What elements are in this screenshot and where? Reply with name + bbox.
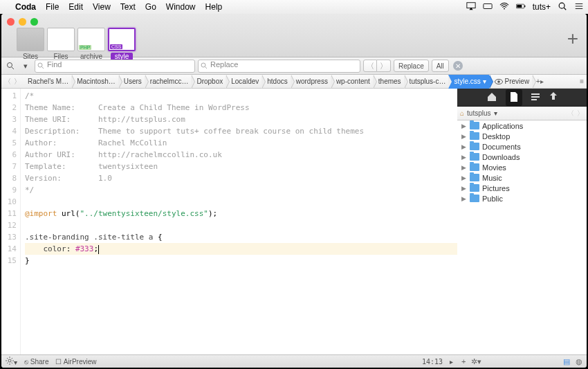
zoom-window-button[interactable] [30,18,38,26]
folder-icon [470,143,479,150]
folder-label: Pictures [482,184,510,192]
path-segment[interactable]: Users [118,75,145,89]
folder-label: Movies [482,163,506,172]
path-forward-button[interactable]: 〉 [12,77,22,87]
menu-go[interactable]: Go [145,2,156,12]
svg-point-19 [8,359,11,362]
path-segment[interactable]: rachelmcc… [145,75,192,89]
folder-icon [470,163,479,171]
svg-line-14 [42,66,44,69]
panel-path-dropdown[interactable]: ▾ [494,109,497,117]
path-segment[interactable]: wp-content [331,75,373,89]
add-item-icon[interactable]: + [461,357,466,366]
main-area: 123456789101112131415 /*Theme Name: Crea… [1,89,587,368]
folder-row[interactable]: ▶Music [457,172,587,183]
panel-back-button[interactable]: 〈 [567,109,574,118]
svg-line-26 [12,358,12,359]
close-window-button[interactable] [7,18,15,26]
folder-row[interactable]: ▶Applications [457,120,587,131]
status-dropdown-icon[interactable]: ▸ [450,358,453,366]
panel-gear-icon[interactable]: ✲▾ [471,357,481,366]
svg-point-13 [38,63,42,67]
svg-point-6 [559,3,564,8]
menu-view[interactable]: View [93,2,111,12]
share-button[interactable]: ⎋ Share [24,358,48,366]
find-replace-bar: ▾ Find Replace 〈 〉 Replace All ✕ [1,57,587,75]
svg-rect-4 [524,6,525,8]
folder-row[interactable]: ▶Public [457,193,587,204]
code-area[interactable]: /*Theme Name: Create a Child Theme in Wo… [21,89,457,354]
folder-row[interactable]: ▶Desktop [457,131,587,141]
path-history-nav: 〈 〉 [1,77,22,87]
path-back-button[interactable]: 〈 [3,77,12,87]
menu-extras-icon[interactable] [574,1,584,12]
path-segment[interactable]: Dropbox [191,75,226,89]
new-tab-button[interactable]: + [567,28,578,50]
panel-text-icon[interactable] [531,92,540,103]
spotlight-icon[interactable] [558,1,567,12]
menu-help[interactable]: Help [205,2,223,12]
wifi-icon[interactable] [499,1,509,12]
menu-window[interactable]: Window [166,2,196,12]
folder-label: Music [482,174,502,182]
battery-icon[interactable] [516,1,526,12]
path-segment[interactable]: wordpress [291,75,331,89]
svg-line-12 [12,67,14,69]
keyboard-icon[interactable] [483,1,493,12]
find-input[interactable]: Find [35,60,195,73]
find-prev-next: 〈 〉 [363,60,391,72]
path-segment-active[interactable]: style.css ▾ [448,75,488,89]
window-controls [7,18,38,26]
tab-archive[interactable]: PHParchive [77,28,105,60]
find-prev-button[interactable]: 〈 [363,60,377,72]
airplay-icon[interactable] [466,1,476,12]
folder-label: Applications [482,122,523,130]
gear-icon[interactable]: ▾ [6,357,17,366]
line-gutter: 123456789101112131415 [1,89,21,354]
tab-files[interactable]: Files [47,28,75,60]
find-next-button[interactable]: 〉 [377,60,391,72]
panel-path-bar: ⌂ tutsplus ▾ 〈〉 [457,107,587,120]
view-list-icon[interactable]: ▤ [563,357,570,366]
replace-all-button[interactable]: All [432,60,449,72]
user-menu[interactable]: tuts+ [533,2,551,12]
panel-files-icon[interactable] [506,89,522,106]
folder-row[interactable]: ▶Pictures [457,183,587,193]
panel-forward-button[interactable]: 〉 [577,109,584,118]
view-column-icon[interactable]: ◍ [576,357,582,366]
replace-input[interactable]: Replace [198,60,360,73]
path-segment[interactable]: Localdev [226,75,261,89]
path-segment[interactable]: tutsplus-c… [404,75,449,89]
symbol-navigator-icon[interactable]: ≡ [577,78,587,85]
svg-line-27 [7,363,8,363]
close-findbar-button[interactable]: ✕ [453,61,463,71]
cursor-position: 14:13 [422,358,443,366]
path-segment[interactable]: Rachel's M… [22,75,71,89]
minimize-window-button[interactable] [19,18,26,26]
search-options-icon[interactable] [4,60,17,72]
app-menu[interactable]: Coda [15,2,36,12]
tab-sites[interactable]: Sites [17,28,44,60]
home-icon[interactable]: ⌂ [460,109,464,117]
airpreview-button[interactable]: ☐ AirPreview [55,358,96,366]
panel-root-label[interactable]: tutsplus [467,109,490,117]
path-segment[interactable]: Macintosh… [71,75,118,89]
menu-text[interactable]: Text [120,2,136,12]
search-dropdown-icon[interactable]: ▾ [19,60,32,72]
svg-point-18 [497,80,500,83]
folder-row[interactable]: ▶Documents [457,141,587,152]
replace-button[interactable]: Replace [394,60,429,72]
path-segment[interactable]: htdocs [261,75,290,89]
folder-row[interactable]: ▶Downloads [457,152,587,162]
folder-row[interactable]: ▶Movies [457,162,587,172]
path-segment[interactable]: themes [373,75,404,89]
menu-edit[interactable]: Edit [68,2,83,12]
menu-file[interactable]: File [46,2,59,12]
panel-home-icon[interactable] [486,91,497,104]
tab-style[interactable]: CSSstyle [108,28,136,60]
preview-button[interactable]: Preview [489,75,533,89]
add-split-button[interactable]: +▸ [536,78,544,85]
panel-publish-icon[interactable] [549,91,558,104]
folder-tree[interactable]: ▶Applications▶Desktop▶Documents▶Download… [457,120,587,354]
code-editor[interactable]: 123456789101112131415 /*Theme Name: Crea… [1,89,457,354]
